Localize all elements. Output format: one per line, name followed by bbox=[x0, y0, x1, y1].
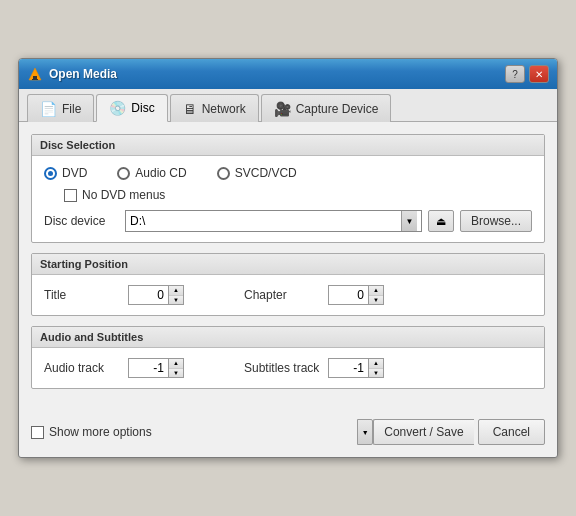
track-spinners: Audio track ▲ ▼ Subtitles track bbox=[44, 358, 532, 378]
subtitles-spinner-pair: Subtitles track ▲ ▼ bbox=[244, 358, 384, 378]
window-title: Open Media bbox=[49, 67, 117, 81]
tab-disc-label: Disc bbox=[131, 101, 154, 115]
close-button[interactable]: ✕ bbox=[529, 65, 549, 83]
footer-right: ▼ Convert / Save Cancel bbox=[357, 419, 545, 445]
chapter-up-arrow[interactable]: ▲ bbox=[369, 286, 383, 296]
chapter-input[interactable] bbox=[328, 285, 368, 305]
file-tab-icon: 📄 bbox=[40, 101, 57, 117]
convert-save-group: ▼ Convert / Save bbox=[357, 419, 473, 445]
convert-save-button[interactable]: Convert / Save bbox=[373, 419, 473, 445]
audio-spinner-arrows: ▲ ▼ bbox=[168, 358, 184, 378]
network-tab-icon: 🖥 bbox=[183, 101, 197, 117]
audio-cd-radio-circle bbox=[117, 167, 130, 180]
audio-cd-radio[interactable]: Audio CD bbox=[117, 166, 186, 180]
audio-spinner-label: Audio track bbox=[44, 361, 124, 375]
chapter-spinner-arrows: ▲ ▼ bbox=[368, 285, 384, 305]
audio-up-arrow[interactable]: ▲ bbox=[169, 359, 183, 369]
title-controls: ? ✕ bbox=[505, 65, 549, 83]
svcd-radio-circle bbox=[217, 167, 230, 180]
subtitles-input[interactable] bbox=[328, 358, 368, 378]
tab-capture-label: Capture Device bbox=[296, 102, 379, 116]
audio-down-arrow[interactable]: ▼ bbox=[169, 369, 183, 378]
tab-bar: 📄 File 💿 Disc 🖥 Network 🎥 Capture Device bbox=[19, 89, 557, 122]
title-spinner-label: Title bbox=[44, 288, 124, 302]
help-button[interactable]: ? bbox=[505, 65, 525, 83]
svg-rect-2 bbox=[32, 79, 38, 80]
disc-selection-title: Disc Selection bbox=[32, 135, 544, 156]
tab-network-label: Network bbox=[202, 102, 246, 116]
disc-selection-content: DVD Audio CD SVCD/VCD No DVD menus bbox=[32, 156, 544, 242]
tab-file-label: File bbox=[62, 102, 81, 116]
audio-subtitles-section: Audio and Subtitles Audio track ▲ ▼ bbox=[31, 326, 545, 389]
title-input[interactable] bbox=[128, 285, 168, 305]
no-dvd-menus-label: No DVD menus bbox=[82, 188, 165, 202]
audio-subtitles-title: Audio and Subtitles bbox=[32, 327, 544, 348]
main-content: Disc Selection DVD Audio CD SVCD/VCD bbox=[19, 122, 557, 411]
position-spinners: Title ▲ ▼ Chapter bbox=[44, 285, 532, 305]
title-spinner-arrows: ▲ ▼ bbox=[168, 285, 184, 305]
show-more-checkbox[interactable] bbox=[31, 426, 44, 439]
chapter-spinner-pair: Chapter ▲ ▼ bbox=[244, 285, 384, 305]
show-more-options[interactable]: Show more options bbox=[31, 425, 152, 439]
browse-button[interactable]: Browse... bbox=[460, 210, 532, 232]
title-up-arrow[interactable]: ▲ bbox=[169, 286, 183, 296]
disc-device-combo[interactable]: D:\ ▼ bbox=[125, 210, 422, 232]
subtitles-up-arrow[interactable]: ▲ bbox=[369, 359, 383, 369]
open-media-window: Open Media ? ✕ 📄 File 💿 Disc 🖥 Network 🎥… bbox=[18, 58, 558, 458]
dvd-radio-circle bbox=[44, 167, 57, 180]
svg-rect-1 bbox=[33, 76, 37, 79]
tab-network[interactable]: 🖥 Network bbox=[170, 94, 259, 122]
disc-device-value: D:\ bbox=[130, 214, 145, 228]
vlc-icon bbox=[27, 66, 43, 82]
starting-position-content: Title ▲ ▼ Chapter bbox=[32, 275, 544, 315]
audio-spinner-pair: Audio track ▲ ▼ bbox=[44, 358, 184, 378]
footer: Show more options ▼ Convert / Save Cance… bbox=[19, 411, 557, 457]
show-more-label: Show more options bbox=[49, 425, 152, 439]
disc-type-row: DVD Audio CD SVCD/VCD bbox=[44, 166, 532, 180]
cancel-button[interactable]: Cancel bbox=[478, 419, 545, 445]
chapter-down-arrow[interactable]: ▼ bbox=[369, 296, 383, 305]
audio-input[interactable] bbox=[128, 358, 168, 378]
no-dvd-menus-checkbox[interactable] bbox=[64, 189, 77, 202]
tab-file[interactable]: 📄 File bbox=[27, 94, 94, 122]
title-down-arrow[interactable]: ▼ bbox=[169, 296, 183, 305]
disc-selection-section: Disc Selection DVD Audio CD SVCD/VCD bbox=[31, 134, 545, 243]
combo-arrow-icon: ▼ bbox=[401, 211, 417, 231]
audio-subtitles-content: Audio track ▲ ▼ Subtitles track bbox=[32, 348, 544, 388]
dvd-radio[interactable]: DVD bbox=[44, 166, 87, 180]
subtitles-down-arrow[interactable]: ▼ bbox=[369, 369, 383, 378]
eject-icon: ⏏ bbox=[436, 215, 446, 228]
subtitles-spinner-label: Subtitles track bbox=[244, 361, 324, 375]
disc-tab-icon: 💿 bbox=[109, 100, 126, 116]
title-bar-left: Open Media bbox=[27, 66, 117, 82]
convert-dropdown-arrow[interactable]: ▼ bbox=[357, 419, 373, 445]
audio-spinner: ▲ ▼ bbox=[128, 358, 184, 378]
subtitles-spinner-arrows: ▲ ▼ bbox=[368, 358, 384, 378]
title-bar: Open Media ? ✕ bbox=[19, 59, 557, 89]
audio-cd-label: Audio CD bbox=[135, 166, 186, 180]
tab-capture[interactable]: 🎥 Capture Device bbox=[261, 94, 392, 122]
capture-tab-icon: 🎥 bbox=[274, 101, 291, 117]
starting-position-title: Starting Position bbox=[32, 254, 544, 275]
title-spinner-pair: Title ▲ ▼ bbox=[44, 285, 184, 305]
chapter-spinner: ▲ ▼ bbox=[328, 285, 384, 305]
no-dvd-menus-row: No DVD menus bbox=[64, 188, 532, 202]
subtitles-spinner: ▲ ▼ bbox=[328, 358, 384, 378]
dvd-label: DVD bbox=[62, 166, 87, 180]
tab-disc[interactable]: 💿 Disc bbox=[96, 94, 167, 122]
disc-device-row: Disc device D:\ ▼ ⏏ Browse... bbox=[44, 210, 532, 232]
eject-button[interactable]: ⏏ bbox=[428, 210, 454, 232]
svcd-radio[interactable]: SVCD/VCD bbox=[217, 166, 297, 180]
starting-position-section: Starting Position Title ▲ ▼ bbox=[31, 253, 545, 316]
title-spinner: ▲ ▼ bbox=[128, 285, 184, 305]
chapter-spinner-label: Chapter bbox=[244, 288, 324, 302]
svcd-label: SVCD/VCD bbox=[235, 166, 297, 180]
disc-device-label: Disc device bbox=[44, 214, 119, 228]
